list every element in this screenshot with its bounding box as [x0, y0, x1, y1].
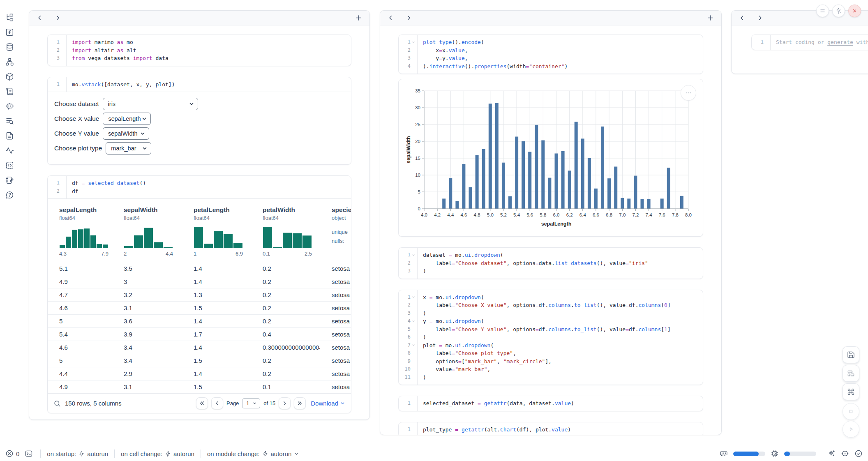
dropdown-select[interactable]: sepalLength — [103, 113, 151, 125]
code-content[interactable]: mo.vstack([dataset, x, y, plot]) — [67, 77, 175, 92]
rail-help-chat-button[interactable] — [5, 191, 14, 199]
panel-back-button[interactable] — [739, 14, 746, 21]
panel-back-button[interactable] — [387, 14, 394, 21]
table-cell: setosa — [320, 357, 351, 364]
rail-file-tree-button[interactable] — [5, 13, 14, 22]
ram-meter — [733, 452, 765, 456]
close-button[interactable] — [848, 5, 861, 17]
code-placeholder[interactable]: Start coding or generate with AI. — [771, 35, 868, 50]
code-content[interactable]: plot_type().encode( x=x.value, y=y.value… — [418, 35, 568, 74]
panel-forward-button[interactable] — [757, 14, 764, 21]
rail-script-scroll-button[interactable] — [5, 87, 14, 96]
code-token: ( — [490, 342, 494, 348]
svg-text:7.4: 7.4 — [646, 212, 653, 217]
autorun-setting[interactable]: on module change:autorun — [207, 450, 299, 457]
code-token: (width — [507, 63, 526, 69]
code-token: (), value — [597, 326, 626, 332]
last-page-button[interactable] — [294, 397, 306, 409]
altair-bar-chart[interactable]: 4.04.24.44.64.85.05.25.45.65.86.06.26.46… — [404, 85, 697, 230]
code-editor[interactable]: 1selected_dataset = getattr(data, datase… — [399, 396, 703, 411]
code-token: mo. — [432, 318, 445, 324]
code-content[interactable]: df = selected_dataset()df — [67, 176, 146, 198]
rail-text-search-button[interactable] — [5, 117, 14, 125]
rail-chat-bot-button[interactable] — [5, 102, 14, 111]
dropdown-select[interactable]: sepalWidth — [103, 127, 149, 140]
table-column-header[interactable]: speciesobjectuniquenulls: — [320, 206, 351, 262]
function-square-icon — [5, 28, 14, 37]
code-editor[interactable]: 1plot_type = getattr(alt.Chart(df), plot… — [399, 422, 703, 436]
code-token: dropdown — [465, 342, 491, 348]
fold-chevron-icon[interactable] — [411, 319, 416, 323]
save-button[interactable] — [843, 346, 859, 363]
rail-document-button[interactable] — [5, 131, 14, 140]
terminal-button[interactable] — [25, 449, 33, 458]
add-cell-button[interactable] — [706, 14, 714, 22]
fold-chevron-icon[interactable] — [411, 40, 416, 44]
settings-button[interactable] — [832, 5, 845, 17]
code-content[interactable]: x = mo.ui.dropdown( label="Choose X valu… — [418, 290, 671, 385]
code-token: = — [626, 326, 629, 332]
run-button[interactable] — [843, 421, 859, 438]
code-editor[interactable]: 1234plot_type().encode( x=x.value, y=y.v… — [399, 35, 703, 74]
code-line: y = mo.ui.dropdown( — [423, 317, 671, 325]
code-line: plot_type().encode( — [423, 38, 568, 46]
rail-notebook-edit-button[interactable] — [5, 176, 14, 184]
panel-forward-button[interactable] — [405, 14, 412, 21]
ai-sparkles-button[interactable] — [827, 449, 836, 458]
rail-database-button[interactable] — [5, 43, 14, 51]
chart-actions-button[interactable] — [681, 85, 696, 101]
code-editor[interactable]: 12df = selected_dataset()df — [48, 176, 351, 198]
dropdown-select[interactable]: mark_bar — [106, 142, 151, 154]
panel-back-button[interactable] — [36, 14, 43, 21]
stop-button[interactable] — [843, 403, 859, 420]
rail-function-square-button[interactable] — [5, 28, 14, 37]
table-column-header[interactable]: petalLengthfloat6416.9 — [182, 206, 251, 262]
next-page-button[interactable] — [279, 397, 291, 409]
table-column-header[interactable]: sepalLengthfloat644.37.9 — [48, 206, 112, 262]
prev-page-button[interactable] — [211, 397, 223, 409]
fold-spacer — [411, 303, 416, 307]
table-column-header[interactable]: sepalWidthfloat6424.4 — [112, 206, 182, 262]
connection-status-icon[interactable] — [854, 449, 863, 458]
code-editor[interactable]: 123dataset = mo.ui.dropdown( label="Choo… — [399, 248, 703, 279]
table-column-header[interactable]: petalWidthfloat640.12.5 — [251, 206, 320, 262]
download-button[interactable]: Download — [311, 400, 345, 407]
generate-with-ai-link[interactable]: generate — [827, 39, 853, 45]
autorun-setting[interactable]: on cell change:autorun — [121, 450, 194, 457]
divider — [201, 449, 201, 458]
gutter-line: 8 — [399, 349, 417, 357]
svg-text:8.0: 8.0 — [685, 212, 692, 217]
add-cell-button[interactable] — [355, 14, 362, 22]
first-page-button[interactable] — [196, 397, 208, 409]
errors-indicator[interactable]: 0 — [5, 449, 19, 458]
search-icon[interactable] — [53, 400, 61, 407]
svg-text:6.4: 6.4 — [579, 212, 586, 217]
fold-chevron-icon[interactable] — [411, 253, 416, 257]
code-content[interactable]: import marimo as moimport altair as altf… — [67, 35, 169, 66]
code-editor[interactable]: 123import marimo as moimport altair as a… — [48, 35, 351, 66]
rail-package-button[interactable] — [5, 72, 14, 81]
fold-chevron-icon[interactable] — [411, 343, 416, 347]
svg-text:5.2: 5.2 — [500, 212, 507, 217]
code-editor[interactable]: 1234567891011x = mo.ui.dropdown( label="… — [399, 290, 703, 385]
copilot-button[interactable] — [841, 449, 849, 458]
autorun-setting[interactable]: on startup:autorun — [47, 450, 108, 457]
code-editor[interactable]: 1Start coding or generate with AI. — [752, 35, 868, 50]
dropdown-label: Choose Y value — [54, 130, 99, 137]
table-row: 53.61.40.2setosa — [48, 314, 351, 327]
code-content[interactable]: plot_type = getattr(alt.Chart(df), plot.… — [418, 422, 571, 436]
fold-chevron-icon[interactable] — [411, 295, 416, 299]
code-content[interactable]: selected_dataset = getattr(data, dataset… — [418, 396, 574, 411]
dropdown-select[interactable]: iris — [103, 98, 198, 110]
code-editor[interactable]: 1mo.vstack([dataset, x, y, plot]) — [48, 77, 351, 92]
rail-dependency-graph-button[interactable] — [5, 58, 14, 66]
page-select[interactable]: 1 — [242, 398, 260, 408]
command-palette-button[interactable] — [843, 383, 859, 400]
rail-activity-button[interactable] — [5, 146, 14, 155]
menu-button[interactable] — [816, 5, 829, 17]
layout-button[interactable] — [843, 365, 859, 382]
code-content[interactable]: dataset = mo.ui.dropdown( label="Choose … — [418, 248, 648, 279]
rail-code-snippet-button[interactable] — [5, 161, 14, 170]
svg-text:sepalWidth: sepalWidth — [406, 136, 411, 164]
panel-forward-button[interactable] — [54, 14, 61, 21]
